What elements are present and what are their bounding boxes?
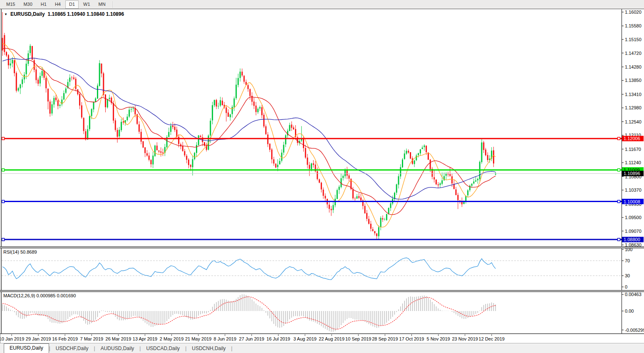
rsi-axis-tick-label: 70 bbox=[625, 258, 630, 263]
date-axis-tick-label: 13 Apr 2019 bbox=[133, 336, 157, 341]
timeframe-toolbar: M15M30H1H4D1W1MN bbox=[0, 0, 644, 9]
date-axis-tick-label: 28 Sep 2019 bbox=[372, 336, 398, 341]
symbol-tab-usdcad[interactable]: USDCAD,Daily bbox=[141, 344, 185, 353]
price-axis-tick-label: 1.12540 bbox=[625, 119, 642, 124]
price-badge-value: 1.10896 bbox=[624, 171, 640, 176]
hline-handle-icon[interactable] bbox=[618, 169, 620, 171]
chart-symbol-label: EURUSD,Daily bbox=[10, 11, 45, 17]
price-badge-value: 1.08800 bbox=[624, 237, 640, 242]
date-axis-tick-label: 10 Jan 2019 bbox=[0, 336, 24, 341]
chart-canvas: 1.160201.155801.151501.147201.142801.138… bbox=[0, 0, 644, 353]
rsi-indicator-label: RSI(14) 50.8689 bbox=[3, 249, 37, 254]
date-axis-tick-label: 12 Dec 2019 bbox=[479, 336, 505, 341]
date-axis-tick-label: 10 Sep 2019 bbox=[345, 336, 371, 341]
price-badge-value: 1.12006 bbox=[624, 136, 640, 141]
rsi-axis-tick-label: 30 bbox=[625, 273, 630, 278]
ma-45-line bbox=[2, 58, 495, 199]
price-axis-tick-label: 1.13850 bbox=[625, 78, 642, 83]
price-axis-tick-label: 1.11240 bbox=[625, 160, 641, 165]
rsi-axis-tick-label: 0 bbox=[625, 284, 627, 289]
date-axis-tick-label: 8 Jun 2019 bbox=[214, 336, 236, 341]
timeframe-button-m15[interactable]: M15 bbox=[2, 0, 19, 9]
timeframe-button-m30[interactable]: M30 bbox=[20, 0, 36, 9]
date-axis-tick-label: 21 May 2019 bbox=[185, 336, 212, 341]
price-axis-tick-label: 1.09500 bbox=[625, 215, 642, 220]
chart-title: ▼ EURUSD,Daily 1.10865 1.10940 1.10840 1… bbox=[4, 11, 124, 17]
chart-ohlc-values: 1.10865 1.10940 1.10840 1.10896 bbox=[48, 11, 124, 17]
candlestick-series bbox=[2, 12, 496, 240]
ma-8-line bbox=[2, 43, 495, 227]
timeframe-button-d1[interactable]: D1 bbox=[65, 0, 79, 9]
hline-handle-icon[interactable] bbox=[2, 238, 5, 241]
date-axis-tick-label: 26 Mar 2019 bbox=[106, 336, 131, 341]
price-axis-tick-label: 1.14720 bbox=[625, 51, 642, 56]
hline-handle-icon[interactable] bbox=[2, 137, 5, 140]
symbol-tab-eurusd[interactable]: EURUSD,Daily bbox=[4, 343, 49, 353]
date-axis-tick-label: 16 Jul 2019 bbox=[267, 336, 290, 341]
price-axis-tick-label: 1.12980 bbox=[625, 105, 642, 110]
rsi-line bbox=[2, 258, 495, 280]
chart-frame bbox=[0, 9, 644, 343]
timeframe-button-w1[interactable]: W1 bbox=[79, 0, 94, 9]
timeframe-button-mn[interactable]: MN bbox=[95, 0, 109, 9]
symbol-tab-audusd[interactable]: AUDUSD,Daily bbox=[95, 344, 140, 353]
macd-indicator-label: MACD(12,26,9) 0.000985 0.001690 bbox=[3, 293, 76, 298]
date-axis-tick-label: 27 Jun 2019 bbox=[239, 336, 265, 341]
moving-averages bbox=[2, 43, 495, 227]
price-axis-tick-label: 1.09070 bbox=[625, 229, 642, 234]
toolbar-divider bbox=[113, 1, 113, 8]
macd-axis-tick-label: 0.00463 bbox=[625, 292, 642, 297]
date-axis-tick-label: 3 Aug 2019 bbox=[293, 336, 317, 341]
date-axis-tick-label: 16 Feb 2019 bbox=[52, 336, 78, 341]
date-axis-tick-label: 5 Nov 2019 bbox=[426, 336, 450, 341]
price-axis-tick-label: 1.16020 bbox=[625, 10, 642, 15]
price-axis-tick-label: 1.10370 bbox=[625, 188, 642, 193]
price-axis-tick-label: 1.11670 bbox=[625, 147, 641, 152]
metatrader-window: 1.160201.155801.151501.147201.142801.138… bbox=[0, 0, 644, 353]
date-axis-tick-label: 29 Jan 2019 bbox=[26, 336, 51, 341]
macd-axis-tick-label: -0.005299 bbox=[625, 328, 644, 333]
price-badge-value: 1.10008 bbox=[624, 199, 640, 204]
date-axis: 10 Jan 201929 Jan 201916 Feb 20197 Mar 2… bbox=[0, 334, 505, 341]
date-axis-tick-label: 22 Aug 2019 bbox=[319, 336, 344, 341]
timeframe-button-h1[interactable]: H1 bbox=[37, 0, 50, 9]
symbol-tabbar: EURUSD,Daily|USDCHF,Daily|AUDUSD,Daily|U… bbox=[0, 343, 644, 353]
date-axis-tick-label: 23 Nov 2019 bbox=[452, 336, 478, 341]
hline-handle-icon[interactable] bbox=[2, 200, 5, 203]
symbol-tab-usdcnh[interactable]: USDCNH,Daily bbox=[186, 344, 231, 353]
price-axis-tick-label: 1.14280 bbox=[625, 64, 642, 69]
symbol-tab-usdchf[interactable]: USDCHF,Daily bbox=[50, 344, 94, 353]
hline-handle-icon[interactable] bbox=[2, 169, 5, 171]
hline-handle-icon[interactable] bbox=[618, 238, 620, 241]
date-axis-tick-label: 2 May 2019 bbox=[160, 336, 183, 341]
macd-panel: 0.004630.00-0.005299 bbox=[2, 292, 644, 332]
price-axis-tick-label: 1.15150 bbox=[625, 37, 642, 42]
macd-signal-line bbox=[2, 297, 495, 329]
price-axis: 1.160201.155801.151501.147201.142801.138… bbox=[622, 10, 644, 247]
hline-handle-icon[interactable] bbox=[618, 137, 620, 140]
rsi-panel: 10070300 bbox=[2, 247, 632, 289]
timeframe-button-h4[interactable]: H4 bbox=[51, 0, 64, 9]
price-axis-tick-label: 1.15580 bbox=[625, 23, 642, 28]
horizontal-level-lines bbox=[2, 137, 622, 241]
macd-axis-tick-label: 0.00 bbox=[625, 309, 634, 314]
chart-collapse-icon[interactable]: ▼ bbox=[4, 12, 7, 16]
date-axis-tick-label: 17 Oct 2019 bbox=[399, 336, 424, 341]
tab-separator: | bbox=[231, 344, 233, 353]
price-axis-tick-label: 1.13410 bbox=[625, 92, 642, 97]
date-axis-tick-label: 7 Mar 2019 bbox=[80, 336, 103, 341]
ma-20-line bbox=[2, 48, 495, 215]
hline-handle-icon[interactable] bbox=[618, 200, 620, 203]
